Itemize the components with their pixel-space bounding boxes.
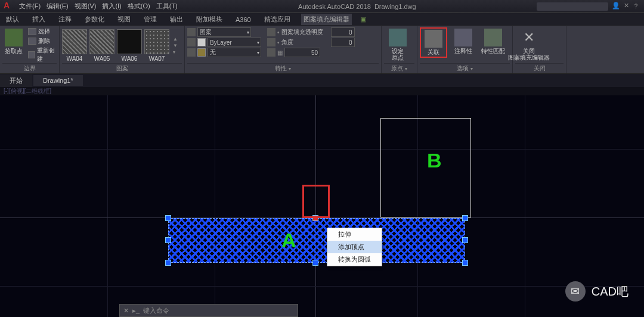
pattern-wa05[interactable]: WA05 (89, 29, 114, 62)
tab-a360[interactable]: A360 (233, 15, 253, 24)
exchange-icon[interactable]: ✕ (624, 2, 629, 11)
grip-tl[interactable] (165, 215, 171, 221)
ribbon-group-properties: 图案 ByLayer 无 •图案填充透明度0 •角度0 ▦50 特性 ▾ (185, 26, 382, 73)
app-logo: A (4, 1, 16, 13)
hatch-type-dropdown[interactable]: 图案 (197, 27, 251, 37)
grip-mb[interactable] (312, 260, 318, 266)
pattern-scroll-down[interactable]: ▼ (173, 43, 178, 48)
remove-icon (28, 38, 36, 45)
close-hatch-editor-button[interactable]: ✕ 关闭 图案填充编辑器 (515, 27, 543, 61)
group-title-close: 关闭 (515, 63, 564, 73)
close-icon: ✕ (520, 29, 538, 46)
pick-points-button[interactable]: 拾取点 (2, 27, 26, 54)
window-title: Autodesk AutoCAD 2018 Drawing1.dwg (178, 3, 537, 10)
annotative-icon (454, 29, 472, 46)
drawing-canvas[interactable]: B A 拉伸 添加顶点 转换为圆弧 ✕ ▸_ 键入命令 ✉ CAD吧 (0, 95, 644, 317)
help-icon[interactable]: ？ (633, 2, 639, 11)
ctx-stretch[interactable]: 拉伸 (327, 228, 382, 241)
transparency-icon (267, 28, 275, 36)
menu-tools[interactable]: 工具(T) (156, 2, 178, 11)
pattern-expand[interactable]: ▾ (173, 49, 178, 55)
title-right-icons: 👤 ✕ ？ (612, 2, 639, 11)
boundary-remove[interactable]: 删除 (28, 37, 57, 45)
menu-format[interactable]: 格式(O) (128, 2, 150, 11)
wechat-icon: ✉ (565, 281, 586, 302)
match-props-button[interactable]: 特性匹配 (479, 27, 507, 54)
grip-br[interactable] (462, 260, 468, 266)
menu-file[interactable]: 文件(F) (19, 2, 41, 11)
recreate-icon (28, 51, 35, 58)
tab-overflow-icon[interactable]: ▣ (360, 15, 366, 23)
scale-icon (267, 48, 275, 57)
doc-tab-start[interactable]: 开始 (0, 74, 32, 87)
grip-context-menu[interactable]: 拉伸 添加顶点 转换为圆弧 (327, 228, 382, 266)
angle-value[interactable]: 0 (331, 38, 355, 47)
command-line[interactable]: ✕ ▸_ 键入命令 (119, 304, 298, 317)
pick-points-icon (5, 29, 23, 46)
match-props-icon (484, 29, 502, 46)
annotative-button[interactable]: 注释性 (450, 27, 477, 54)
group-title-origin: 原点 ▾ (384, 63, 414, 73)
viewport-label[interactable]: [-][俯视][二维线框] (0, 87, 644, 95)
tab-output[interactable]: 输出 (168, 14, 185, 25)
group-title-pattern: 图案 (62, 63, 182, 73)
pattern-wa07[interactable]: WA07 (144, 29, 169, 62)
cmd-close-icon[interactable]: ✕ (123, 307, 129, 315)
pattern-wa06[interactable]: WA06 (117, 29, 142, 62)
tab-featured[interactable]: 精选应用 (262, 14, 293, 25)
grip-ml[interactable] (165, 237, 171, 243)
hatch-color-icon (187, 38, 196, 46)
tab-default[interactable]: 默认 (4, 14, 21, 25)
pattern-wa04[interactable]: WA04 (62, 29, 87, 62)
menu-edit[interactable]: 编辑(E) (47, 2, 69, 11)
menu-view[interactable]: 视图(V) (75, 2, 97, 11)
title-bar: A 文件(F) 编辑(E) 视图(V) 插入(I) 格式(O) 工具(T) Au… (0, 0, 644, 13)
pattern-scroll-up[interactable]: ▲ (173, 36, 178, 42)
ctx-convert-arc[interactable]: 转换为圆弧 (327, 253, 382, 266)
ctx-add-vertex[interactable]: 添加顶点 (327, 241, 382, 253)
shape-b-rect[interactable] (380, 118, 471, 217)
bg-swatch (197, 48, 206, 57)
help-search-input[interactable] (537, 2, 608, 11)
grip-mr[interactable] (462, 237, 468, 243)
hatch-bg-icon (187, 48, 196, 57)
tab-parametric[interactable]: 参数化 (82, 14, 107, 25)
select-icon (28, 28, 36, 35)
cmd-history-icon[interactable]: ▸_ (132, 307, 140, 315)
tab-hatch-editor[interactable]: 图案填充编辑器 (301, 14, 352, 25)
ribbon-tab-bar[interactable]: 默认 插入 注释 参数化 视图 管理 输出 附加模块 A360 精选应用 图案填… (0, 13, 644, 26)
tab-addins[interactable]: 附加模块 (194, 14, 225, 25)
signin-icon[interactable]: 👤 (612, 2, 620, 11)
set-origin-button[interactable]: 设定 原点 (384, 27, 411, 61)
angle-label: 角度 (281, 38, 329, 46)
angle-icon (267, 38, 275, 46)
transparency-value[interactable]: 0 (331, 27, 355, 37)
group-title-options: 选项 ▾ (420, 63, 510, 73)
tab-manage[interactable]: 管理 (141, 14, 159, 25)
associative-button[interactable]: 关联 (420, 27, 447, 58)
menu-insert[interactable]: 插入(I) (102, 2, 121, 11)
swatch-icon (62, 29, 87, 54)
ribbon-group-origin: 设定 原点 原点 ▾ (382, 26, 417, 73)
menu-bar[interactable]: 文件(F) 编辑(E) 视图(V) 插入(I) 格式(O) 工具(T) (19, 2, 178, 11)
tab-view[interactable]: 视图 (115, 14, 133, 25)
grip-bl[interactable] (165, 260, 171, 266)
tab-insert[interactable]: 插入 (30, 14, 48, 25)
associative-icon (425, 30, 442, 48)
document-tabs[interactable]: 开始 Drawing1* (0, 74, 644, 87)
hatch-bg-dropdown[interactable]: 无 (208, 48, 261, 57)
scale-value[interactable]: 50 (284, 48, 320, 57)
hatch-type-icon (187, 28, 196, 36)
boundary-recreate[interactable]: 重新创建 (28, 46, 57, 63)
ribbon-group-pattern: WA04 WA05 WA06 WA07 ▲ ▼ ▾ 图案 (60, 26, 185, 73)
group-title-properties: 特性 ▾ (187, 63, 379, 73)
doc-tab-drawing1[interactable]: Drawing1* (33, 75, 83, 86)
swatch-icon (89, 29, 114, 54)
hatch-color-dropdown[interactable]: ByLayer (208, 38, 261, 47)
boundary-select[interactable]: 选择 (28, 27, 57, 36)
tab-annotate[interactable]: 注释 (56, 14, 74, 25)
shape-a-hatch[interactable] (168, 218, 465, 263)
watermark: ✉ CAD吧 (565, 281, 628, 302)
ribbon: 拾取点 选择 删除 重新创建 边界 WA04 WA05 WA06 WA07 ▲ … (0, 26, 644, 74)
grip-tr[interactable] (462, 215, 468, 221)
